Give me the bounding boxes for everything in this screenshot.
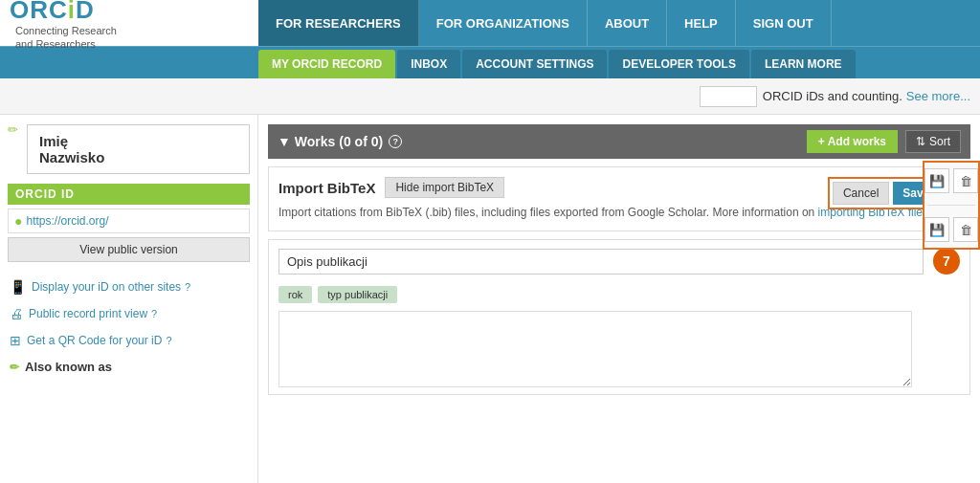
works-help-icon[interactable]: ? (389, 135, 402, 148)
display-id-label: Display your iD on other sites (32, 280, 181, 294)
tag-typ-publikacji: typ publikacji (318, 286, 397, 303)
qr-code-label: Get a QR Code for your iD (27, 334, 162, 347)
orcid-count-box (700, 86, 757, 107)
import-bibtex-title: Import BibTeX (278, 180, 375, 196)
logo-subtitle: Connecting Research and Researchers (15, 25, 117, 50)
delete-icon-2: 🗑 (960, 223, 972, 237)
sort-label: Sort (929, 135, 950, 148)
display-id-link[interactable]: 📱 Display your iD on other sites ? (8, 274, 250, 300)
add-works-button[interactable]: + Add works (807, 130, 898, 153)
right-action-panel: 💾 🗑 💾 🗑 (923, 161, 980, 250)
sidebar: ✏ Imię Nazwisko ORCID ID ● https://orcid… (0, 115, 258, 483)
publication-entry: 7 rok typ publikacji (268, 239, 970, 395)
green-dot-icon: ● (14, 213, 22, 229)
orcid-url-text: https://orcid.org/ (26, 214, 108, 228)
top-navigation: ORCiD Connecting Research and Researcher… (0, 0, 980, 46)
view-public-button[interactable]: View public version (8, 237, 250, 262)
works-collapse-icon[interactable]: ▼ (278, 134, 291, 149)
orcid-url-display: ● https://orcid.org/ (8, 209, 250, 233)
nav-sign-out[interactable]: SIGN OUT (736, 0, 832, 46)
subnav-learn-more[interactable]: LEARN MORE (751, 50, 856, 78)
hide-import-bibtex-button[interactable]: Hide import BibTeX (385, 177, 504, 198)
also-known-as-label: Also known as (25, 360, 112, 374)
public-record-help-icon[interactable]: ? (151, 308, 157, 319)
first-name: Imię (39, 133, 237, 149)
action-divider (927, 205, 975, 206)
tag-rok: rok (278, 286, 312, 303)
publication-tags: rok typ publikacji (269, 282, 969, 307)
banner-bar: ORCID iDs and counting. See more... (0, 78, 980, 115)
display-id-icon: 📱 (10, 279, 26, 295)
publication-title-bar: 7 (269, 240, 969, 282)
save-icon-button-2[interactable]: 💾 (924, 217, 949, 242)
action-row-2: 💾 🗑 (924, 217, 978, 242)
cancel-button[interactable]: Cancel (833, 182, 889, 205)
qr-code-link[interactable]: ⊞ Get a QR Code for your iD ? (8, 327, 250, 354)
works-header: ▼ Works (0 of 0) ? + Add works ⇅ Sort (268, 124, 970, 159)
last-name: Nazwisko (39, 149, 237, 165)
edit-name-icon[interactable]: ✏ (8, 122, 18, 137)
content-area: ▼ Works (0 of 0) ? + Add works ⇅ Sort Im… (258, 115, 980, 483)
print-icon: 🖨 (10, 306, 23, 321)
works-header-left: ▼ Works (0 of 0) ? (278, 134, 402, 149)
works-title: Works (0 of 0) (295, 134, 383, 149)
subnav-my-orcid-record[interactable]: MY ORCID RECORD (258, 50, 395, 78)
publication-badge: 7 (933, 248, 960, 274)
import-desc-text1: Import citations from BibTeX (.bib) file… (278, 206, 818, 219)
subnav-developer-tools[interactable]: DEVELOPER TOOLS (609, 50, 748, 78)
action-row-1: 💾 🗑 (924, 168, 978, 193)
also-known-as: ✏ Also known as (8, 354, 250, 380)
subnav-inbox[interactable]: INBOX (397, 50, 460, 78)
orcid-logo: ORCiD (10, 0, 117, 25)
logo-area: ORCiD Connecting Research and Researcher… (0, 0, 258, 46)
sub-navigation: MY ORCID RECORD INBOX ACCOUNT SETTINGS D… (0, 46, 980, 78)
public-record-print-link[interactable]: 🖨 Public record print view ? (8, 300, 250, 327)
pencil-icon: ✏ (10, 361, 19, 374)
display-id-help-icon[interactable]: ? (185, 281, 190, 293)
delete-icon-1: 🗑 (960, 174, 972, 188)
orcid-id-section-label: ORCID ID (8, 184, 250, 205)
qr-code-icon: ⊞ (10, 333, 21, 348)
save-icon-1: 💾 (929, 174, 945, 188)
main-layout: ✏ Imię Nazwisko ORCID ID ● https://orcid… (0, 115, 980, 483)
save-icon-2: 💾 (929, 223, 945, 237)
sort-icon: ⇅ (916, 135, 925, 148)
see-more-link[interactable]: See more... (906, 89, 970, 103)
nav-help[interactable]: HELP (667, 0, 736, 46)
nav-for-organizations[interactable]: FOR ORGANIZATIONS (419, 0, 588, 46)
delete-icon-button-2[interactable]: 🗑 (953, 217, 978, 242)
name-box: Imię Nazwisko (27, 124, 250, 174)
save-icon-button-1[interactable]: 💾 (924, 168, 949, 193)
works-header-right: + Add works ⇅ Sort (807, 130, 961, 153)
qr-code-help-icon[interactable]: ? (166, 335, 171, 346)
subnav-account-settings[interactable]: ACCOUNT SETTINGS (462, 50, 607, 78)
delete-icon-button-1[interactable]: 🗑 (953, 168, 978, 193)
nav-about[interactable]: ABOUT (588, 0, 667, 46)
publication-title-input[interactable] (278, 249, 924, 274)
public-record-label: Public record print view (29, 307, 147, 320)
sort-button[interactable]: ⇅ Sort (905, 130, 961, 153)
import-bibtex-box: Import BibTeX Hide import BibTeX Import … (268, 166, 970, 231)
publication-content-textarea[interactable] (278, 311, 912, 387)
orcid-count-text: ORCID iDs and counting. (763, 89, 902, 103)
main-nav-links: FOR RESEARCHERS FOR ORGANIZATIONS ABOUT … (258, 0, 832, 46)
nav-for-researchers[interactable]: FOR RESEARCHERS (258, 0, 419, 46)
